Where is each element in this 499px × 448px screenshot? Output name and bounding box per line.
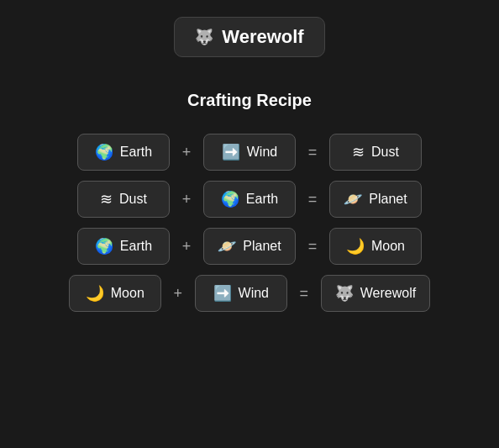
recipe-row-4: 🌙 Moon + ➡️ Wind = 🐺 Werewolf bbox=[69, 275, 430, 312]
wind-label-4: Wind bbox=[239, 286, 269, 301]
earth-icon-2: 🌍 bbox=[221, 190, 239, 208]
recipe-row-2: ≋ Dust + 🌍 Earth = 🪐 Planet bbox=[77, 181, 422, 218]
plus-operator-4: + bbox=[170, 285, 186, 303]
wind-icon-4: ➡️ bbox=[213, 284, 232, 303]
earth-label-2: Earth bbox=[246, 192, 278, 207]
ingredient-earth-3: 🌍 Earth bbox=[77, 228, 170, 265]
page-title: Crafting Recipe bbox=[187, 91, 312, 110]
earth-icon-1: 🌍 bbox=[95, 143, 113, 161]
moon-icon-3: 🌙 bbox=[346, 237, 365, 256]
dust-label-2: Dust bbox=[119, 192, 147, 207]
equals-operator-1: = bbox=[304, 144, 321, 161]
earth-icon-3: 🌍 bbox=[95, 237, 113, 256]
wind-icon-1: ➡️ bbox=[222, 143, 240, 161]
ingredient-wind-4: ➡️ Wind bbox=[195, 275, 287, 312]
plus-operator-3: + bbox=[178, 238, 195, 256]
dust-label-1: Dust bbox=[371, 145, 399, 160]
plus-operator-2: + bbox=[178, 191, 195, 208]
equals-operator-2: = bbox=[304, 191, 321, 208]
app-header: 🐺 Werewolf bbox=[174, 17, 324, 57]
recipe-container: 🌍 Earth + ➡️ Wind = ≋ Dust ≋ Dust + 🌍 Ea… bbox=[69, 134, 430, 312]
moon-icon-4: 🌙 bbox=[86, 284, 104, 303]
werewolf-icon: 🐺 bbox=[195, 28, 213, 46]
earth-label-1: Earth bbox=[120, 145, 152, 160]
result-werewolf-4: 🐺 Werewolf bbox=[321, 275, 430, 312]
ingredient-planet-3: 🪐 Planet bbox=[203, 228, 296, 265]
result-dust-1: ≋ Dust bbox=[329, 134, 422, 171]
earth-label-3: Earth bbox=[120, 239, 152, 254]
recipe-row-3: 🌍 Earth + 🪐 Planet = 🌙 Moon bbox=[77, 228, 422, 265]
ingredient-earth-1: 🌍 Earth bbox=[77, 134, 170, 171]
app-title: Werewolf bbox=[222, 26, 303, 48]
moon-label-4: Moon bbox=[111, 286, 144, 301]
result-moon-3: 🌙 Moon bbox=[329, 228, 422, 265]
equals-operator-3: = bbox=[304, 238, 321, 256]
werewolf-result-icon: 🐺 bbox=[335, 284, 354, 303]
planet-label-2: Planet bbox=[369, 192, 407, 207]
moon-label-3: Moon bbox=[371, 239, 405, 254]
ingredient-moon-4: 🌙 Moon bbox=[69, 275, 161, 312]
dust-icon-1: ≋ bbox=[352, 143, 365, 161]
equals-operator-4: = bbox=[296, 285, 313, 303]
wind-label-1: Wind bbox=[247, 145, 277, 160]
planet-label-3: Planet bbox=[243, 239, 281, 254]
planet-icon-2: 🪐 bbox=[344, 190, 362, 208]
ingredient-dust-2: ≋ Dust bbox=[77, 181, 170, 218]
ingredient-wind-1: ➡️ Wind bbox=[203, 134, 296, 171]
result-planet-2: 🪐 Planet bbox=[329, 181, 422, 218]
recipe-row-1: 🌍 Earth + ➡️ Wind = ≋ Dust bbox=[77, 134, 422, 171]
ingredient-earth-2: 🌍 Earth bbox=[203, 181, 296, 218]
werewolf-label-4: Werewolf bbox=[360, 286, 416, 301]
planet-icon-3: 🪐 bbox=[218, 237, 236, 256]
dust-icon-2: ≋ bbox=[100, 190, 113, 208]
plus-operator-1: + bbox=[178, 144, 195, 161]
